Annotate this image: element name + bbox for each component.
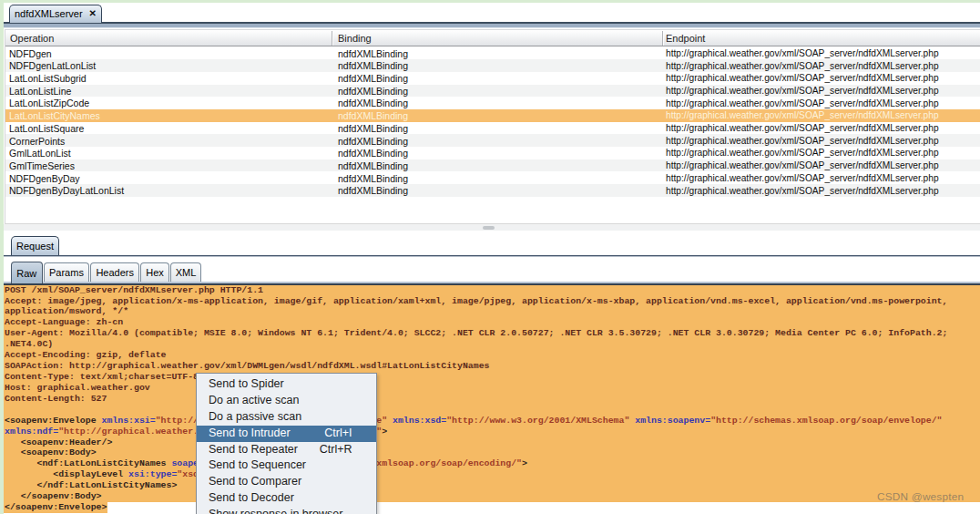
xml-attribute-value: "http://www.w3.org/2001/XMLSchema" <box>446 416 629 426</box>
cell-operation: NDFDgenLatLonList <box>9 60 96 71</box>
menu-item-send-to-comparer[interactable]: Send to Comparer <box>197 474 376 490</box>
watermark: CSDN @wespten <box>877 490 964 503</box>
menu-item-send-to-repeater[interactable]: Send to RepeaterCtrl+R <box>197 442 376 458</box>
http-header-text: User-Agent: Mozilla/4.0 (compatible; MSI… <box>5 328 953 338</box>
menu-item-send-to-intruder[interactable]: Send to IntruderCtrl+I <box>197 426 376 442</box>
request-line-1: POST /xml/SOAP_server/ndfdXMLserver.php … <box>5 285 980 296</box>
cell-operation: NDFDgen <box>9 48 52 59</box>
request-line-3: application/msword, */* <box>5 306 980 317</box>
cell-endpoint: http://graphical.weather.gov/xml/SOAP_se… <box>666 136 939 146</box>
menu-item-do-an-active-scan[interactable]: Do an active scan <box>197 393 376 409</box>
request-line-20: </soapenv:Body> <box>5 491 980 502</box>
http-header-text: Accept-Language: zh-cn <box>5 317 123 327</box>
cell-endpoint: http://graphical.weather.gov/xml/SOAP_se… <box>666 61 939 71</box>
menu-item-label: Send to Intruder <box>209 427 291 439</box>
request-line-4: Accept-Language: zh-cn <box>5 317 980 328</box>
table-header: Operation Binding Endpoint <box>5 29 980 46</box>
table-row-LatLonListLine[interactable]: LatLonListLinendfdXMLBindinghttp://graph… <box>5 85 980 98</box>
tab-raw[interactable]: Raw <box>11 262 43 283</box>
table-row-GmlLatLonList[interactable]: GmlLatLonListndfdXMLBindinghttp://graphi… <box>5 147 980 159</box>
xml-attribute-value: "http://schemas.xmlsoap.org/soap/envelop… <box>710 416 942 426</box>
menu-item-label: Send to Repeater <box>209 443 298 456</box>
cell-binding: ndfdXMLBinding <box>338 48 408 59</box>
cell-operation: GmlLatLonList <box>9 148 71 159</box>
xml-attribute-name: xsi:type= <box>128 469 177 479</box>
request-tabbar-bevel <box>4 256 980 257</box>
cell-operation: LatLonListSubgrid <box>9 73 87 84</box>
cell-binding: ndfdXMLBinding <box>338 110 408 121</box>
request-line-12 <box>5 405 980 416</box>
tab-hex[interactable]: Hex <box>140 262 169 282</box>
request-line-18: <displayLevel xsi:type="xsd:integer">?</… <box>5 469 980 480</box>
cell-endpoint: http://graphical.weather.gov/xml/SOAP_se… <box>666 186 939 196</box>
menu-item-label: Send to Spider <box>209 377 284 390</box>
table-row-NDFDgenLatLonList[interactable]: NDFDgenLatLonListndfdXMLBindinghttp://gr… <box>5 59 980 72</box>
operations-table: NDFDgenndfdXMLBindinghttp://graphical.we… <box>5 47 980 223</box>
tab-request[interactable]: Request <box>11 236 59 255</box>
xml-tag-text: <ndf:LatLonListCityNames <box>5 458 171 468</box>
column-header-binding[interactable]: Binding <box>338 33 372 44</box>
cell-operation: GmlTimeSeries <box>9 160 75 171</box>
http-header-text: Accept-Encoding: gzip, deflate <box>5 350 167 360</box>
context-menu: Send to SpiderDo an active scanDo a pass… <box>196 373 377 514</box>
xml-tag-text: > <box>382 427 387 437</box>
menu-item-do-a-passive-scan[interactable]: Do a passive scan <box>197 409 376 426</box>
column-header-operation[interactable]: Operation <box>10 33 54 44</box>
cell-endpoint: http://graphical.weather.gov/xml/SOAP_se… <box>666 160 939 170</box>
xml-attribute-name: xmlns:ndf= <box>5 427 58 437</box>
request-line-17: <ndf:LatLonListCityNames soapenv:encodin… <box>5 458 980 469</box>
table-row-NDFDgenByDayLatLonList[interactable]: NDFDgenByDayLatLonListndfdXMLBindinghttp… <box>5 184 980 197</box>
table-row-LatLonListSquare[interactable]: LatLonListSquarendfdXMLBindinghttp://gra… <box>5 122 980 135</box>
xml-attribute-name: xmlns:xsd= <box>393 416 446 426</box>
menu-item-show-response-in-browser[interactable]: Show response in browser <box>197 507 376 514</box>
request-line-8: SOAPAction: http://graphical.weather.gov… <box>5 361 980 372</box>
cell-binding: ndfdXMLBinding <box>338 73 408 84</box>
http-header-text: Host: graphical.weather.gov <box>5 383 150 393</box>
raw-request-text[interactable]: POST /xml/SOAP_server/ndfdXMLserver.php … <box>5 285 980 513</box>
cell-binding: ndfdXMLBinding <box>338 60 408 71</box>
cell-binding: ndfdXMLBinding <box>338 160 408 171</box>
column-header-endpoint[interactable]: Endpoint <box>666 33 705 44</box>
menu-item-shortcut: Ctrl+R <box>320 442 352 458</box>
menu-item-send-to-sequencer[interactable]: Send to Sequencer <box>197 457 376 474</box>
cell-binding: ndfdXMLBinding <box>338 123 408 134</box>
cell-endpoint: http://graphical.weather.gov/xml/SOAP_se… <box>666 48 939 58</box>
menu-item-label: Show response in browser <box>209 508 342 514</box>
table-row-NDFDgen[interactable]: NDFDgenndfdXMLBindinghttp://graphical.we… <box>5 47 980 60</box>
tab-params[interactable]: Params <box>44 262 90 282</box>
tab-headers[interactable]: Headers <box>90 262 139 282</box>
column-separator-highlight <box>663 31 664 46</box>
splitter-handle-icon[interactable] <box>483 226 495 230</box>
http-header-text: Accept: image/jpeg, application/x-ms-app… <box>5 296 953 306</box>
request-line-10: Host: graphical.weather.gov <box>5 383 980 394</box>
cell-operation: CornerPoints <box>9 136 65 147</box>
request-line-14: xmlns:ndf="http://graphical.weather.gov/… <box>5 427 980 437</box>
table-left-border <box>5 29 5 224</box>
cell-endpoint: http://graphical.weather.gov/xml/SOAP_se… <box>666 173 939 183</box>
cell-endpoint: http://graphical.weather.gov/xml/SOAP_se… <box>666 86 939 96</box>
request-line-5: User-Agent: Mozilla/4.0 (compatible; MSI… <box>5 328 980 339</box>
table-row-LatLonListCityNames[interactable]: LatLonListCityNamesndfdXMLBindinghttp://… <box>5 109 980 122</box>
close-icon[interactable]: ✕ <box>89 9 97 18</box>
cell-binding: ndfdXMLBinding <box>338 173 408 184</box>
tab-xml[interactable]: XML <box>170 262 201 282</box>
menu-item-send-to-spider[interactable]: Send to Spider <box>197 376 376 393</box>
tabbar-border <box>4 22 980 24</box>
http-header-text: SOAPAction: http://graphical.weather.gov… <box>5 361 490 371</box>
menu-item-send-to-decoder[interactable]: Send to Decoder <box>197 490 376 507</box>
menu-item-shortcut: Ctrl+I <box>324 426 352 442</box>
editor-tabbar-border <box>4 283 980 285</box>
menu-item-label: Send to Decoder <box>209 491 294 504</box>
http-header-text: Content-Type: text/xml;charset=UTF-8 <box>5 372 199 382</box>
cell-operation: NDFDgenByDayLatLonList <box>9 185 124 196</box>
table-row-NDFDgenByDay[interactable]: NDFDgenByDayndfdXMLBindinghttp://graphic… <box>5 172 980 185</box>
table-row-LatLonListZipCode[interactable]: LatLonListZipCodendfdXMLBindinghttp://gr… <box>5 97 980 109</box>
tab-label: Request <box>16 241 54 252</box>
http-header-text: POST /xml/SOAP_server/ndfdXMLserver.php … <box>5 285 263 295</box>
request-line-13: <soapenv:Envelope xmlns:xsi="http://www.… <box>5 416 980 427</box>
tab-ndfdxmlserver[interactable]: ndfdXMLserver ✕ <box>9 5 102 23</box>
table-row-GmlTimeSeries[interactable]: GmlTimeSeriesndfdXMLBindinghttp://graphi… <box>5 159 980 172</box>
table-row-LatLonListSubgrid[interactable]: LatLonListSubgridndfdXMLBindinghttp://gr… <box>5 72 980 85</box>
table-row-CornerPoints[interactable]: CornerPointsndfdXMLBindinghttp://graphic… <box>5 134 980 147</box>
cell-binding: ndfdXMLBinding <box>338 185 408 196</box>
